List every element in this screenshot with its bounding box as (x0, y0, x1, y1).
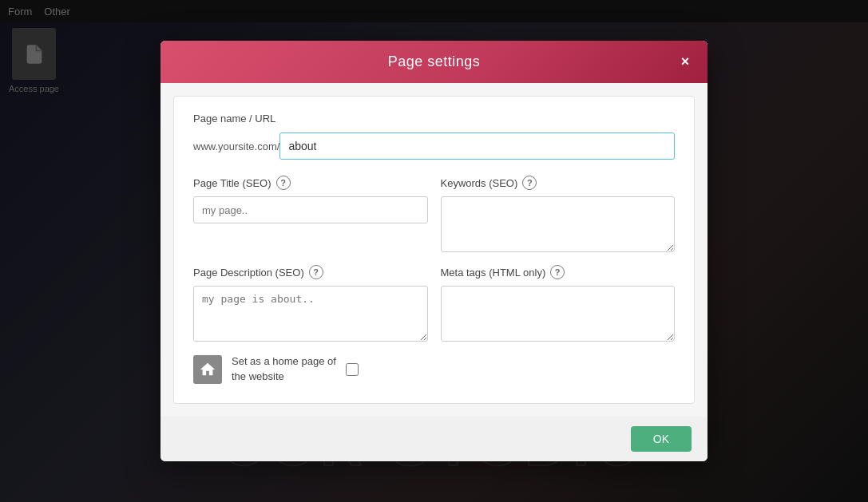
seo-title-input[interactable] (193, 196, 428, 223)
url-prefix: www.yoursite.com/ (193, 140, 279, 152)
ok-button[interactable]: OK (631, 426, 692, 452)
keywords-group: Keywords (SEO) ? (441, 176, 676, 252)
page-name-label: Page name / URL (193, 113, 675, 125)
modal-header: Page settings × (161, 41, 707, 83)
seo-title-group: Page Title (SEO) ? (193, 176, 428, 252)
seo-keywords-row: Page Title (SEO) ? Keywords (SEO) ? (193, 176, 675, 252)
modal-title: Page settings (388, 53, 481, 70)
home-page-row: Set as a home page of the website (193, 354, 675, 383)
description-label: Page Description (SEO) (193, 267, 304, 279)
seo-title-header: Page Title (SEO) ? (193, 176, 428, 190)
keywords-help-icon[interactable]: ? (522, 176, 537, 190)
keywords-input[interactable] (441, 196, 676, 252)
meta-tags-label: Meta tags (HTML only) (441, 267, 546, 279)
modal-footer: OK (161, 417, 707, 461)
home-icon (193, 355, 222, 384)
url-input[interactable] (279, 132, 675, 160)
meta-tags-group: Meta tags (HTML only) ? (441, 265, 676, 342)
keywords-label: Keywords (SEO) (441, 177, 518, 189)
page-settings-modal: Page settings × Page name / URL www.your… (161, 41, 707, 460)
description-group: Page Description (SEO) ? (193, 265, 428, 342)
home-page-label: Set as a home page of the website (232, 354, 336, 383)
meta-tags-header: Meta tags (HTML only) ? (441, 265, 676, 279)
seo-title-label: Page Title (SEO) (193, 177, 271, 189)
description-help-icon[interactable]: ? (309, 265, 323, 279)
url-row: www.yoursite.com/ (193, 132, 675, 160)
seo-title-help-icon[interactable]: ? (276, 176, 291, 190)
keywords-header: Keywords (SEO) ? (441, 176, 676, 190)
modal-backdrop: Page settings × Page name / URL www.your… (0, 0, 868, 502)
meta-tags-input[interactable] (441, 286, 676, 342)
modal-body: Page name / URL www.yoursite.com/ Page T… (173, 96, 695, 403)
meta-tags-help-icon[interactable]: ? (550, 265, 565, 279)
description-meta-row: Page Description (SEO) ? Meta tags (HTML… (193, 265, 675, 342)
home-page-checkbox[interactable] (346, 363, 359, 376)
description-input[interactable] (193, 286, 428, 342)
modal-close-button[interactable]: × (676, 53, 695, 72)
description-header: Page Description (SEO) ? (193, 265, 428, 279)
